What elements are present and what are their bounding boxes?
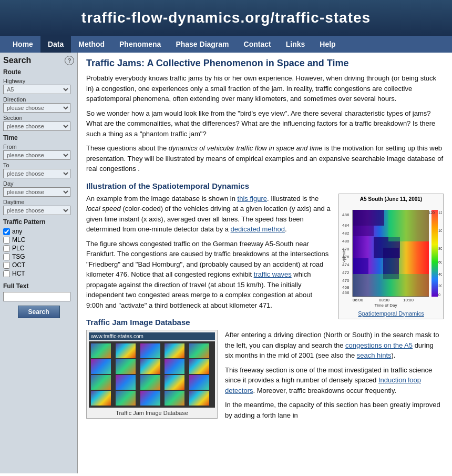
help-icon[interactable]: ? [65,56,74,65]
thumb-grid [89,341,215,408]
checkbox-oct[interactable] [3,262,10,269]
time-label: Time [3,134,74,141]
traffic-pattern-group: any MLC PLC TSG OCT HCT [3,228,74,277]
traffic-waves-link[interactable]: traffic waves [254,270,292,278]
svg-text:468: 468 [342,285,350,290]
nav-help[interactable]: Help [312,36,343,53]
svg-text:470: 470 [342,278,350,283]
day-label: Day [3,180,74,187]
main-content: Traffic Jams: A Collective Phenomenon in… [78,53,452,430]
section-select[interactable]: please choose [3,121,70,131]
svg-text:06:00: 06:00 [353,298,364,302]
chart-title: A5 South (June 11, 2001) [341,196,441,202]
thumb-10 [189,359,209,374]
highway-label: Highway [3,78,74,84]
induction-loop-link[interactable]: Induction loop detectors [225,376,421,394]
checkbox-tsg[interactable] [3,254,10,260]
nav-phenomena[interactable]: Phenomena [112,36,168,53]
day-select[interactable]: please choose [3,187,70,197]
checkbox-any[interactable] [3,228,10,235]
svg-text:80: 80 [438,247,442,250]
svg-text:60: 60 [438,260,442,264]
highway-select[interactable]: A5 [3,85,70,94]
thumb-8 [140,359,160,374]
pattern-any-label: any [12,228,22,235]
para4-em: local speed [86,205,121,212]
svg-text:472: 472 [342,270,350,275]
checkbox-hct[interactable] [3,270,10,277]
thumb-2 [116,343,136,358]
para3-em: dynamics of vehicular traffic flow in sp… [169,144,323,152]
nav-links[interactable]: Links [279,36,313,53]
from-select[interactable]: please choose [3,150,70,160]
svg-text:120: 120 [438,211,442,215]
svg-text:482: 482 [342,231,350,236]
svg-text:Time of Day: Time of Day [375,303,397,308]
section-label: Section [3,115,74,121]
to-label: To [3,162,74,168]
sidebar: Search ? Route Highway A5 Direction plea… [0,53,78,473]
thumb-5 [189,343,209,358]
h3-db: Traffic Jam Image Database [86,318,444,327]
thumb-18 [140,391,160,406]
thumb-14 [165,375,184,390]
main-title: Traffic Jams: A Collective Phenomenon in… [86,58,444,69]
fulltext-input[interactable] [3,292,70,301]
svg-text:20: 20 [438,284,442,288]
para2: So we wonder how a jam would look like f… [86,108,444,139]
svg-text:120: 120 [428,211,435,215]
para1: Probably everybody knows traffic jams by… [86,73,444,104]
thumb-12 [116,375,136,390]
svg-text:10:00: 10:00 [403,298,414,302]
fulltext-label: Full Text [3,282,74,290]
pattern-plc: PLC [3,245,74,252]
search-hints-link[interactable]: seach hints [357,351,392,359]
congestions-link[interactable]: congestions on the A5 [345,341,413,349]
svg-text:08:00: 08:00 [379,298,390,302]
thumb-9 [165,359,184,374]
nav-phase-diagram[interactable]: Phase Diagram [168,36,236,53]
nav-method[interactable]: Method [71,36,112,53]
nav-home[interactable]: Home [5,36,40,53]
direction-select[interactable]: please choose [3,103,70,113]
dedicated-method-link[interactable]: dedicated method [231,225,285,233]
svg-rect-17 [388,210,429,241]
spatiotemporal-chart: 486 484 482 480 478 476 474 472 470 468 … [341,203,442,308]
daytime-select[interactable]: please choose [3,206,70,215]
pattern-hct-label: HCT [12,270,25,277]
site-title: traffic-flow-dynamics.org/traffic-states [11,9,441,26]
direction-label: Direction [3,96,74,103]
this-figure-link[interactable]: this figure [238,195,267,202]
thumb-11 [91,375,111,390]
sidebar-search-title: Search [3,56,31,65]
svg-rect-12 [353,210,384,226]
svg-text:40: 40 [438,272,442,276]
from-label: From [3,144,74,150]
svg-text:100: 100 [438,229,442,232]
pattern-tsg: TSG [3,253,74,260]
pattern-mlc: MLC [3,236,74,244]
thumb-7 [116,359,136,374]
nav-contact[interactable]: Contact [237,36,279,53]
thumb-15 [189,375,209,390]
db-caption: Traffic Jam Image Database [89,410,215,416]
svg-text:V[km/h]: V[km/h] [342,248,346,262]
thumb-16 [91,391,111,406]
checkbox-mlc[interactable] [3,237,10,244]
thumb-20 [189,391,209,406]
page-header: traffic-flow-dynamics.org/traffic-states [0,0,452,36]
route-label: Route [3,68,74,76]
svg-rect-15 [353,258,368,274]
daytime-label: Daytime [3,199,74,205]
to-select[interactable]: please choose [3,169,70,178]
svg-rect-19 [432,210,438,297]
db-header-bar: www.traffic-states.com [89,332,215,340]
sidebar-search-header: Search ? [3,56,74,65]
pattern-oct-label: OCT [12,261,25,269]
para3: These questions about the dynamics of ve… [86,143,444,174]
pattern-any: any [3,228,74,235]
chart-caption[interactable]: Spatiotemporal Dynamics [341,310,441,317]
checkbox-plc[interactable] [3,245,10,252]
nav-data[interactable]: Data [40,36,71,53]
search-button[interactable]: Search [18,306,60,318]
